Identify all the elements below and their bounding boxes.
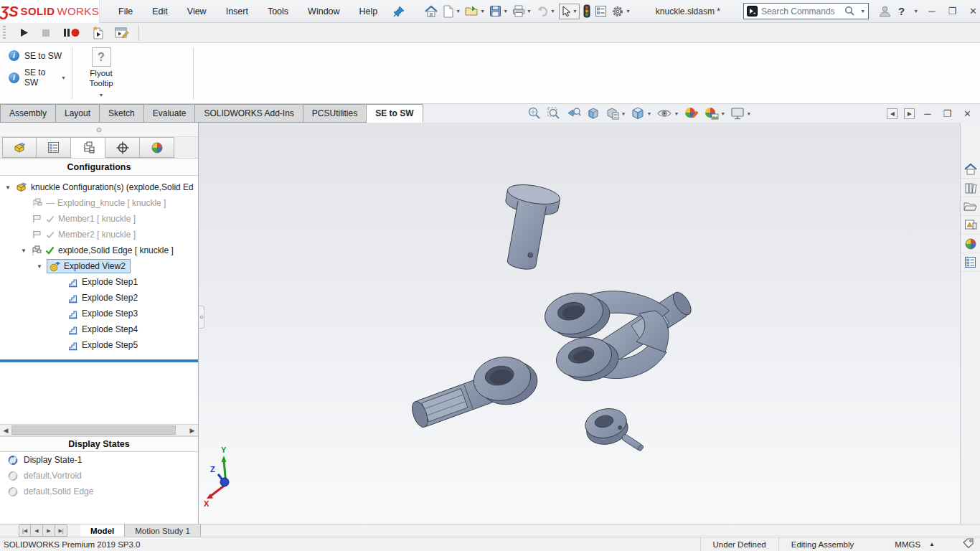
search-dropdown-arrow[interactable]: ▼	[860, 9, 865, 14]
dropdown-arrow[interactable]: ▼	[99, 93, 104, 98]
rebuild-traffic-light-icon[interactable]	[583, 3, 591, 19]
tree-row-explode-step3[interactable]: Explode Step3	[0, 306, 198, 321]
view-settings-icon[interactable]: ▼	[730, 107, 751, 120]
display-state-row-2[interactable]: default,Vortroid	[0, 468, 198, 484]
menu-tools[interactable]: Tools	[268, 6, 288, 17]
apply-scene-icon[interactable]: ▼	[704, 106, 725, 121]
tab-se-to-sw[interactable]: SE to SW	[367, 104, 423, 123]
expand-caret-icon[interactable]: ▼	[36, 263, 43, 270]
custom-properties-icon[interactable]	[961, 253, 980, 272]
select-cursor-icon[interactable]: ▼	[559, 4, 580, 19]
display-manager-tab[interactable]	[140, 137, 174, 158]
dropdown-arrow[interactable]: ▼	[746, 111, 751, 116]
tab-layout[interactable]: Layout	[56, 104, 100, 123]
menu-file[interactable]: File	[118, 6, 133, 17]
edit-appearance-icon[interactable]	[684, 106, 699, 121]
previous-view-icon[interactable]	[566, 106, 581, 121]
part-clevis-pin[interactable]	[494, 182, 561, 273]
dropdown-arrow[interactable]: ▼	[61, 75, 66, 80]
tab-evaluate[interactable]: Evaluate	[144, 104, 196, 123]
first-tab-icon[interactable]: |◀	[19, 524, 31, 537]
expand-caret-icon[interactable]: ▼	[4, 184, 11, 191]
units-selector[interactable]: MMGS ▲	[866, 537, 947, 551]
help-dropdown-arrow[interactable]: ▼	[913, 9, 918, 14]
display-state-row-3[interactable]: default,Solid Edge	[0, 484, 198, 499]
graphics-viewport[interactable]: Y X Z	[199, 123, 960, 524]
edit-macro-icon[interactable]	[114, 25, 130, 41]
user-account-icon[interactable]	[879, 5, 891, 17]
annotation-views-icon[interactable]: ▼	[606, 106, 626, 121]
view-palette-icon[interactable]	[961, 216, 980, 235]
configuration-manager-tab[interactable]	[71, 137, 105, 158]
toolbar-drag-handle[interactable]	[3, 26, 6, 40]
restore-window-icon[interactable]: ❐	[945, 6, 959, 17]
new-document-icon[interactable]: ▼	[442, 4, 461, 19]
dropdown-arrow[interactable]: ▼	[621, 111, 626, 116]
tab-pcsutilities[interactable]: PCSUtilities	[303, 104, 367, 123]
help-icon[interactable]: ?	[898, 5, 905, 17]
play-macro-icon[interactable]	[19, 27, 29, 39]
open-icon[interactable]: ▼	[464, 4, 486, 19]
dropdown-arrow[interactable]: ▼	[720, 111, 725, 116]
se-to-sw-button-2[interactable]: i SE to SW ▼	[9, 67, 66, 88]
horizontal-scrollbar[interactable]: ◀ ▶	[0, 424, 198, 436]
scrollbar-thumb[interactable]	[11, 425, 176, 435]
tree-row-member1[interactable]: Member1 [ knuckle ]	[0, 211, 198, 227]
dropdown-arrow[interactable]: ▼	[527, 9, 532, 14]
search-commands-box[interactable]: Search Commands ▼	[743, 3, 869, 19]
hide-show-items-icon[interactable]: ▼	[656, 107, 679, 120]
doc-minimize-icon[interactable]: ─	[921, 108, 933, 119]
design-library-icon[interactable]	[961, 179, 980, 197]
previous-window-icon[interactable]: ◀	[887, 108, 897, 119]
flyout-tooltip-button[interactable]: ? Flyout Tooltip ▼	[78, 43, 124, 103]
tree-row-explode-step5[interactable]: Explode Step5	[0, 337, 198, 353]
tree-row-exploding-knucle[interactable]: — Exploding_knucle [ knuckle ]	[0, 195, 198, 211]
motion-study-tab[interactable]: Motion Study 1	[125, 524, 201, 537]
model-tab[interactable]: Model	[80, 524, 125, 537]
options-list-icon[interactable]	[594, 4, 608, 19]
tab-solidworks-add-ins[interactable]: SOLIDWORKS Add-Ins	[195, 104, 303, 123]
search-input[interactable]: Search Commands	[761, 6, 841, 17]
tree-row-explode-solid-edge[interactable]: ▼ explode,Solid Edge [ knuckle ]	[0, 242, 198, 258]
next-window-icon[interactable]: ▶	[904, 108, 915, 119]
menu-edit[interactable]: Edit	[152, 6, 168, 17]
tree-row-member2[interactable]: Member2 [ knuckle ]	[0, 227, 198, 242]
selected-tree-item[interactable]: Exploded View2	[47, 259, 131, 273]
property-manager-tab[interactable]	[37, 137, 71, 158]
menu-help[interactable]: Help	[359, 6, 378, 17]
units-dropdown-icon[interactable]: ▲	[929, 541, 935, 547]
print-icon[interactable]: ▼	[512, 4, 532, 19]
pause-record-macro-icon[interactable]	[62, 27, 81, 39]
dropdown-arrow[interactable]: ▼	[456, 9, 461, 14]
section-view-icon[interactable]	[586, 106, 600, 121]
view-orientation-icon[interactable]: ▼	[631, 106, 651, 121]
dropdown-arrow[interactable]: ▼	[626, 9, 631, 14]
appearances-scenes-icon[interactable]	[961, 235, 980, 253]
expand-caret-icon[interactable]: ▼	[20, 248, 27, 254]
tree-row-explode-step2[interactable]: Explode Step2	[0, 290, 198, 306]
tag-icon[interactable]	[947, 538, 980, 550]
zoom-to-fit-icon[interactable]	[527, 106, 542, 121]
part-collar[interactable]	[583, 405, 631, 448]
part-rod-end[interactable]	[409, 352, 540, 429]
minimize-window-icon[interactable]: ─	[925, 6, 938, 17]
tab-assembly[interactable]: Assembly	[0, 104, 56, 123]
display-state-row-1[interactable]: Display State-1	[0, 452, 198, 468]
last-tab-icon[interactable]: ▶|	[55, 524, 67, 537]
tree-row-explode-step1[interactable]: Explode Step1	[0, 274, 198, 290]
dropdown-arrow[interactable]: ▼	[646, 111, 651, 116]
previous-tab-icon[interactable]: ◀	[31, 524, 43, 537]
tree-row-exploded-view2[interactable]: ▼ Exploded View2	[0, 258, 198, 274]
settings-gear-icon[interactable]: ▼	[611, 4, 631, 19]
scroll-left-icon[interactable]: ◀	[0, 425, 11, 435]
new-macro-icon[interactable]	[91, 24, 105, 41]
panel-splitter-handle[interactable]	[0, 123, 198, 137]
menu-window[interactable]: Window	[308, 6, 339, 17]
viewport-splitter-handle[interactable]	[199, 306, 204, 329]
close-window-icon[interactable]: ✕	[966, 6, 980, 17]
dimxpert-manager-tab[interactable]	[105, 137, 140, 158]
tab-sketch[interactable]: Sketch	[100, 104, 144, 123]
dropdown-arrow[interactable]: ▼	[480, 9, 485, 14]
tree-row-explode-step4[interactable]: Explode Step4	[0, 321, 198, 337]
scrollbar-track[interactable]	[11, 425, 187, 435]
